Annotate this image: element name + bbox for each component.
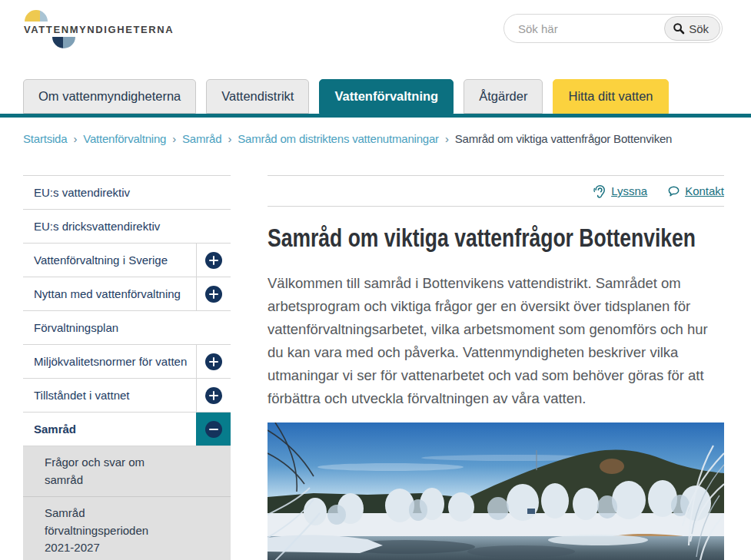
article-image	[268, 422, 724, 560]
expand-button[interactable]	[196, 345, 231, 378]
chevron-right-icon: ›	[172, 132, 176, 145]
search-button-label: Sök	[689, 22, 709, 35]
listen-label: Lyssna	[611, 184, 647, 197]
sidebar-item-label: Samråd	[23, 413, 196, 446]
listen-link[interactable]: Lyssna	[593, 184, 647, 198]
nav-accent-bar	[0, 114, 751, 118]
sidebar-item-eus-dricksvattendirektiv[interactable]: EU:s dricksvattendirektiv	[23, 210, 231, 244]
search-form: Sök	[503, 14, 723, 43]
logo-sun-icon	[25, 10, 48, 22]
sidebar-item-label: EU:s vattendirektiv	[23, 176, 231, 209]
chevron-right-icon: ›	[73, 132, 77, 145]
chevron-right-icon: ›	[445, 132, 449, 145]
section-sidebar-nav: EU:s vattendirektiv EU:s dricksvattendir…	[23, 175, 231, 560]
contact-link[interactable]: Kontakt	[667, 184, 724, 197]
sidebar-item-eus-vattendirektiv[interactable]: EU:s vattendirektiv	[23, 176, 231, 210]
logo-water-icon	[52, 37, 75, 48]
ear-icon	[593, 184, 606, 198]
sidebar-item-label: EU:s dricksvattendirektiv	[23, 210, 231, 243]
plus-icon	[205, 387, 222, 404]
search-button[interactable]: Sök	[664, 16, 720, 41]
sidebar-item-forvaltningsplan[interactable]: Förvaltningsplan	[23, 311, 231, 345]
main-navigation: Om vattenmyndigheterna Vattendistrikt Va…	[23, 79, 669, 114]
breadcrumb-link-samrad[interactable]: Samråd	[182, 132, 221, 145]
sidebar-subitem-forvaltningsperioden[interactable]: Samråd förvaltningsperioden 2021-2027	[23, 496, 231, 560]
minus-icon	[205, 421, 222, 438]
breadcrumb-link-vattenforvaltning[interactable]: Vattenförvaltning	[83, 132, 166, 145]
plus-icon	[205, 286, 222, 303]
tab-hitta-ditt-vatten[interactable]: Hitta ditt vatten	[553, 79, 668, 114]
tab-vattendistrikt[interactable]: Vattendistrikt	[206, 79, 309, 114]
sidebar-item-vattenforvaltning-i-sverige[interactable]: Vattenförvaltning i Sverige	[23, 244, 231, 277]
sidebar-item-label: Vattenförvaltning i Sverige	[23, 244, 196, 277]
sidebar-item-label: Miljökvalitetsnormer för vatten	[23, 345, 196, 378]
intro-paragraph: Välkommen till samråd i Bottenvikens vat…	[268, 272, 724, 410]
search-icon	[673, 22, 685, 35]
page-actions: Lyssna Kontakt	[268, 176, 724, 206]
collapse-button[interactable]	[196, 413, 231, 446]
tab-atgarder[interactable]: Åtgärder	[464, 79, 543, 114]
sidebar-item-label: Förvaltningsplan	[23, 311, 231, 344]
expand-button[interactable]	[196, 277, 231, 310]
sidebar-item-nyttan-med-vattenforvaltning[interactable]: Nyttan med vattenförvaltning	[23, 277, 231, 311]
chevron-right-icon: ›	[228, 132, 231, 145]
sidebar-subnav: Frågor och svar om samråd Samråd förvalt…	[23, 446, 231, 560]
sidebar-subitem-fragor-och-svar[interactable]: Frågor och svar om samråd	[23, 446, 231, 496]
breadcrumb: Startsida › Vattenförvaltning › Samråd ›…	[23, 132, 672, 145]
page-title: Samråd om viktiga vattenfrågor Bottenvik…	[268, 224, 696, 252]
sidebar-item-tillstandet-i-vattnet[interactable]: Tillståndet i vattnet	[23, 379, 231, 413]
breadcrumb-link-startsida[interactable]: Startsida	[23, 132, 67, 145]
tab-vattenforvaltning[interactable]: Vattenförvaltning	[319, 79, 454, 114]
site-logo[interactable]: VATTENMYNDIGHETERNA	[24, 10, 174, 48]
plus-icon	[205, 353, 222, 370]
sidebar-item-miljokvalitetsnormer[interactable]: Miljökvalitetsnormer för vatten	[23, 345, 231, 379]
logo-text: VATTENMYNDIGHETERNA	[24, 24, 174, 35]
expand-button[interactable]	[196, 244, 231, 277]
contact-label: Kontakt	[685, 184, 724, 197]
sidebar-item-label: Tillståndet i vattnet	[23, 379, 196, 412]
divider	[268, 206, 724, 207]
speech-bubble-icon	[667, 185, 680, 197]
breadcrumb-link-distriktens-vattenutmaningar[interactable]: Samråd om distriktens vattenutmaningar	[238, 132, 439, 145]
plus-icon	[205, 252, 222, 269]
breadcrumb-current: Samråd om viktiga vattenfrågor Bottenvik…	[455, 132, 673, 145]
tab-om-vattenmyndigheterna[interactable]: Om vattenmyndigheterna	[23, 79, 196, 114]
sidebar-item-samrad[interactable]: Samråd	[23, 413, 231, 446]
sidebar-item-label: Nyttan med vattenförvaltning	[23, 277, 196, 310]
expand-button[interactable]	[196, 379, 231, 412]
main-content: Lyssna Kontakt Samråd om viktiga vattenf…	[268, 175, 724, 560]
